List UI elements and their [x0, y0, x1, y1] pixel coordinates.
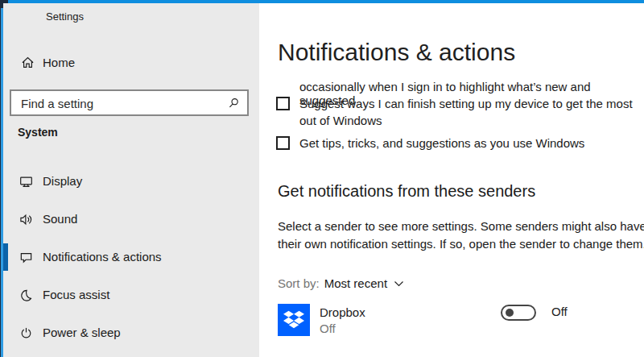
sort-by-row: Sort by:Most recent [278, 276, 404, 290]
toggle-state-label: Off [551, 305, 568, 318]
settings-window: Settings Home System [0, 0, 644, 357]
page-title: Notifications & actions [278, 39, 515, 66]
power-icon [19, 326, 33, 340]
sidebar-item-focus-assist[interactable]: Focus assist [3, 281, 259, 309]
main-pane: Notifications & actions occasionally whe… [259, 3, 644, 357]
display-icon [19, 175, 33, 189]
notifications-icon [19, 251, 33, 264]
checkbox-icon[interactable] [276, 97, 290, 110]
checkbox-tips-tricks[interactable]: Get tips, tricks, and suggestions as you… [276, 135, 644, 152]
sender-row-dropbox[interactable]: Dropbox Off Off [278, 304, 632, 339]
sidebar-item-sound[interactable]: Sound [3, 205, 259, 233]
sidebar: Settings Home System [3, 3, 259, 357]
window-edge-line [0, 0, 1, 357]
senders-description: Select a sender to see more settings. So… [278, 218, 644, 253]
search-box[interactable] [10, 89, 249, 116]
sort-by-dropdown[interactable]: Most recent [324, 276, 387, 290]
home-icon [21, 56, 35, 69]
sidebar-item-display[interactable]: Display [3, 168, 259, 195]
sidebar-item-label: Display [43, 174, 82, 188]
search-input[interactable] [19, 91, 224, 116]
sidebar-item-label: Home [43, 56, 75, 69]
toggle-knob [506, 309, 514, 317]
checkbox-icon[interactable] [276, 136, 290, 150]
sidebar-item-power-sleep[interactable]: Power & sleep [3, 319, 259, 347]
sender-status: Off [320, 322, 336, 335]
sender-toggle[interactable] [501, 305, 536, 321]
checkbox-label: Get tips, tricks, and suggestions as you… [299, 135, 644, 152]
sender-name: Dropbox [320, 305, 365, 319]
checkbox-suggest-setup[interactable]: Suggest ways I can finish setting up my … [276, 95, 644, 129]
sidebar-item-label: Focus assist [43, 288, 109, 301]
sidebar-section-system: System [18, 126, 58, 139]
sound-icon [19, 213, 33, 226]
sidebar-item-notifications[interactable]: Notifications & actions [3, 243, 259, 271]
sidebar-item-label: Notifications & actions [43, 250, 162, 264]
sidebar-item-label: Sound [43, 212, 77, 226]
search-icon[interactable] [227, 97, 240, 110]
focus-assist-icon [19, 289, 33, 302]
checkbox-label: Suggest ways I can finish setting up my … [299, 95, 644, 129]
chevron-down-icon[interactable] [394, 280, 404, 288]
selected-indicator [3, 243, 8, 271]
sidebar-item-home[interactable]: Home [3, 50, 259, 76]
sidebar-item-label: Power & sleep [43, 326, 121, 339]
window-title: Settings [46, 10, 84, 23]
sort-by-label: Sort by: [278, 276, 320, 290]
senders-heading: Get notifications from these senders [278, 182, 535, 201]
dropbox-icon[interactable] [278, 304, 310, 336]
